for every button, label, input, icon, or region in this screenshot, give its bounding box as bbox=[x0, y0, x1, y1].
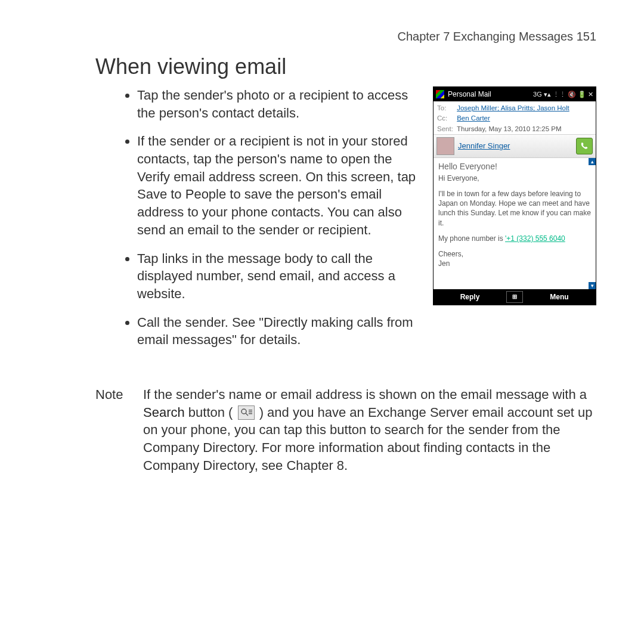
scroll-down-icon[interactable]: ▾ bbox=[589, 282, 596, 289]
mail-body: ▴ Hello Everyone! Hi Everyone, I'll be i… bbox=[434, 158, 596, 289]
note-label: Note bbox=[95, 386, 131, 474]
bullet-item: If the sender or a recipient is not in y… bbox=[137, 132, 420, 239]
scroll-up-icon[interactable]: ▴ bbox=[589, 158, 596, 165]
status-icons: 3G ▾▴ ⋮⋮ 🔇 🔋 ✕ bbox=[533, 91, 593, 98]
to-recipients[interactable]: Joseph Miller; Alisa Pritts; Jason Holt bbox=[457, 104, 569, 112]
app-title: Personal Mail bbox=[448, 90, 491, 98]
search-icon bbox=[238, 405, 255, 420]
mail-paragraph: My phone number is '+1 (332) 555 6040 bbox=[438, 234, 591, 243]
to-label: To: bbox=[437, 103, 455, 113]
call-sender-button[interactable] bbox=[576, 138, 593, 154]
mail-greeting: Hi Everyone, bbox=[438, 174, 591, 183]
mail-text: My phone number is bbox=[438, 234, 505, 243]
cc-label: Cc: bbox=[437, 113, 455, 123]
phone-number-link[interactable]: '+1 (332) 555 6040 bbox=[505, 234, 565, 243]
bullet-item: Tap the sender's photo or a recipient to… bbox=[137, 86, 420, 122]
sent-label: Sent: bbox=[437, 124, 455, 134]
bullet-list: Tap the sender's photo or a recipient to… bbox=[95, 86, 420, 349]
mail-subject: Hello Everyone! bbox=[438, 162, 591, 171]
softkey-grid-icon[interactable]: ⊞ bbox=[506, 291, 523, 303]
svg-line-1 bbox=[246, 413, 248, 416]
softkey-reply[interactable]: Reply bbox=[434, 293, 506, 301]
phone-screenshot: Personal Mail 3G ▾▴ ⋮⋮ 🔇 🔋 ✕ To: Joseph … bbox=[433, 86, 596, 305]
svg-rect-3 bbox=[249, 411, 252, 412]
note-text: button ( bbox=[185, 405, 237, 420]
os-flag-icon bbox=[436, 90, 444, 98]
signoff-line: Jen bbox=[438, 259, 450, 268]
sender-name-link[interactable]: Jennifer Singer bbox=[458, 141, 572, 150]
section-title: When viewing email bbox=[95, 54, 596, 79]
phone-titlebar: Personal Mail 3G ▾▴ ⋮⋮ 🔇 🔋 ✕ bbox=[434, 87, 596, 101]
bullet-item: Tap links in the message body to call th… bbox=[137, 250, 420, 303]
svg-rect-2 bbox=[249, 410, 252, 410]
sent-value: Thursday, May 13, 2010 12:25 PM bbox=[457, 125, 562, 132]
sender-avatar[interactable] bbox=[436, 137, 454, 155]
note-body: If the sender's name or email address is… bbox=[143, 386, 596, 474]
mail-signoff: Cheers, Jen bbox=[438, 249, 591, 268]
bullet-item: Call the sender. See "Directly making ca… bbox=[137, 314, 420, 349]
cc-recipients[interactable]: Ben Carter bbox=[457, 114, 490, 122]
mail-paragraph: I'll be in town for a few days before le… bbox=[438, 189, 591, 228]
svg-point-0 bbox=[242, 409, 246, 414]
softkey-bar: Reply ⊞ Menu bbox=[434, 289, 596, 305]
search-word: Search bbox=[143, 405, 185, 420]
signoff-line: Cheers, bbox=[438, 250, 463, 258]
svg-rect-4 bbox=[249, 413, 252, 414]
note-text: If the sender's name or email address is… bbox=[143, 387, 587, 402]
softkey-menu[interactable]: Menu bbox=[523, 293, 596, 301]
page-header: Chapter 7 Exchanging Messages 151 bbox=[95, 30, 596, 44]
mail-header: To: Joseph Miller; Alisa Pritts; Jason H… bbox=[434, 101, 596, 135]
